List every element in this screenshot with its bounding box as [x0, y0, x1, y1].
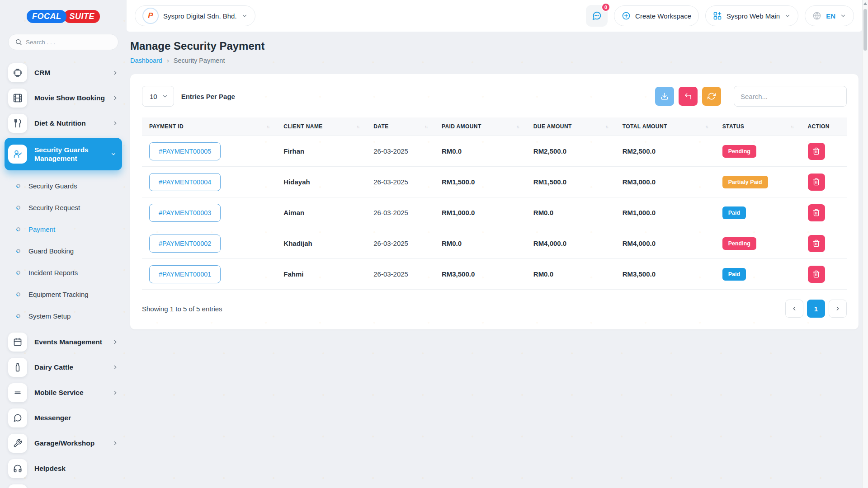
sort-icon: ↑↓: [356, 124, 359, 129]
submenu-item-label: Payment: [28, 225, 55, 233]
sidebar-item-movie-show-booking[interactable]: Movie Show Booking: [8, 85, 118, 111]
bullet-icon: [15, 291, 21, 297]
sidebar-item-diet-nutrition[interactable]: Diet & Nutrition: [8, 111, 118, 136]
scrollbar[interactable]: [862, 0, 868, 488]
submenu-item-incident-reports[interactable]: Incident Reports: [8, 262, 118, 283]
chevron-right-icon: [112, 120, 118, 127]
sidebar-item-events-management[interactable]: Events Management: [8, 329, 118, 355]
table-controls: 10 Entries Per Page: [142, 86, 847, 107]
page-1-button[interactable]: 1: [807, 300, 825, 318]
trash-icon: [812, 209, 820, 216]
workspace-selector[interactable]: P Syspro Digital Sdn. Bhd.: [135, 5, 255, 26]
column-header-payment-id[interactable]: PAYMENT ID↑↓: [142, 117, 276, 136]
sort-icon: ↑↓: [791, 124, 793, 129]
topbar: P Syspro Digital Sdn. Bhd. 0 Create Work…: [127, 0, 862, 32]
sort-icon: ↑↓: [705, 124, 708, 129]
column-header-due-amount[interactable]: DUE AMOUNT↑↓: [526, 117, 615, 136]
calendar-icon: [8, 333, 27, 352]
payment-id-button[interactable]: #PAYMENT00005: [149, 142, 221, 160]
chevron-down-icon: [162, 93, 168, 99]
sidebar-item-mobile-service[interactable]: Mobile Service: [8, 380, 118, 405]
column-header-client-name[interactable]: CLIENT NAME↑↓: [276, 117, 366, 136]
sort-icon: ↑↓: [516, 124, 519, 129]
sidebar-item-dairy-cattle[interactable]: Dairy Cattle: [8, 355, 118, 380]
breadcrumb-dashboard-link[interactable]: Dashboard: [130, 57, 162, 64]
undo-button[interactable]: [679, 87, 698, 106]
table-search-input[interactable]: [741, 86, 840, 106]
refresh-button[interactable]: [702, 87, 721, 106]
entries-per-page-select[interactable]: 10: [142, 86, 174, 107]
table-footer: Showing 1 to 5 of 5 entries 1: [142, 300, 847, 318]
submenu-item-security-guards[interactable]: Security Guards: [8, 175, 118, 197]
scroll-up-arrow-icon[interactable]: [863, 0, 868, 7]
table-header-row: PAYMENT ID↑↓ CLIENT NAME↑↓ DATE↑↓ PAID A…: [142, 117, 847, 136]
gear-icon: [8, 484, 27, 488]
trash-icon: [812, 239, 820, 247]
column-header-status[interactable]: STATUS↑↓: [715, 117, 801, 136]
sort-icon: ↑↓: [266, 124, 269, 129]
payments-table: PAYMENT ID↑↓ CLIENT NAME↑↓ DATE↑↓ PAID A…: [142, 117, 847, 290]
grid-plus-icon: [713, 11, 722, 20]
lines-icon: [8, 383, 27, 402]
paid-amount-cell: RM0.0: [434, 228, 526, 259]
delete-button[interactable]: [808, 266, 825, 283]
previous-page-button[interactable]: [785, 300, 803, 318]
sidebar-item-settings[interactable]: Settings: [8, 481, 118, 488]
logo-suite: SUITE: [64, 10, 100, 23]
paid-amount-cell: RM1,000.0: [434, 197, 526, 228]
table-row: #PAYMENT00001 Fahmi 26-03-2025 RM3,500.0…: [142, 259, 847, 290]
sort-icon: ↑↓: [425, 124, 427, 129]
status-badge: Paid: [722, 206, 746, 219]
submenu-item-label: Security Request: [28, 204, 80, 211]
chevron-right-icon: [112, 364, 118, 371]
submenu-item-equipment-tracking[interactable]: Equipment Tracking: [8, 283, 118, 305]
chevron-down-icon: [840, 13, 846, 19]
export-button[interactable]: [655, 87, 674, 106]
sort-icon: ↑↓: [605, 124, 608, 129]
delete-button[interactable]: [808, 204, 825, 221]
delete-button[interactable]: [808, 235, 825, 252]
sidebar-item-garage-workshop[interactable]: Garage/Workshop: [8, 431, 118, 456]
chevron-right-icon: [112, 339, 118, 345]
logo-focal: FOCAL: [27, 10, 67, 23]
delete-button[interactable]: [808, 174, 825, 191]
sidebar-search[interactable]: [8, 34, 118, 50]
sidebar-item-label: Movie Show Booking: [34, 94, 112, 102]
sidebar-item-messenger[interactable]: Messenger: [8, 405, 118, 431]
entries-per-page-label: Entries Per Page: [181, 93, 235, 100]
submenu-item-label: System Setup: [28, 312, 71, 320]
submenu-item-guard-booking[interactable]: Guard Booking: [8, 240, 118, 262]
payment-id-button[interactable]: #PAYMENT00001: [149, 265, 221, 283]
app-selector[interactable]: Syspro Web Main: [705, 5, 798, 26]
client-name-cell: Khadijah: [276, 228, 366, 259]
next-page-button[interactable]: [829, 300, 847, 318]
payment-id-button[interactable]: #PAYMENT00004: [149, 173, 221, 191]
download-icon: [660, 92, 669, 100]
sidebar: FOCAL SUITE CRM Movie Show Booking: [0, 0, 127, 488]
page-title: Manage Security Payment: [130, 40, 859, 52]
column-header-total-amount[interactable]: TOTAL AMOUNT↑↓: [615, 117, 715, 136]
workspace-avatar: P: [142, 8, 159, 24]
sidebar-item-security-guards-management[interactable]: Security Guards Management: [5, 138, 122, 170]
create-workspace-button[interactable]: Create Workspace: [614, 5, 699, 26]
table-search[interactable]: [734, 86, 847, 107]
submenu-item-system-setup[interactable]: System Setup: [8, 305, 118, 327]
column-header-paid-amount[interactable]: PAID AMOUNT↑↓: [434, 117, 526, 136]
chat-button[interactable]: 0: [586, 5, 608, 27]
sidebar-item-helpdesk[interactable]: Helpdesk: [8, 456, 118, 481]
payment-id-button[interactable]: #PAYMENT00002: [149, 235, 221, 253]
language-selector[interactable]: EN: [805, 5, 854, 26]
delete-button[interactable]: [808, 143, 825, 160]
column-header-date[interactable]: DATE↑↓: [366, 117, 434, 136]
submenu-item-payment[interactable]: Payment: [8, 218, 118, 240]
payment-id-button[interactable]: #PAYMENT00003: [149, 204, 221, 222]
date-cell: 26-03-2025: [366, 136, 434, 167]
sidebar-search-input[interactable]: [26, 39, 112, 46]
trash-icon: [812, 178, 820, 186]
scrollbar-thumb[interactable]: [863, 9, 867, 51]
breadcrumb-current: Security Payment: [174, 57, 225, 64]
sidebar-item-crm[interactable]: CRM: [8, 60, 118, 85]
submenu-item-security-request[interactable]: Security Request: [8, 197, 118, 218]
film-icon: [8, 89, 27, 108]
milk-bottle-icon: [8, 358, 27, 377]
